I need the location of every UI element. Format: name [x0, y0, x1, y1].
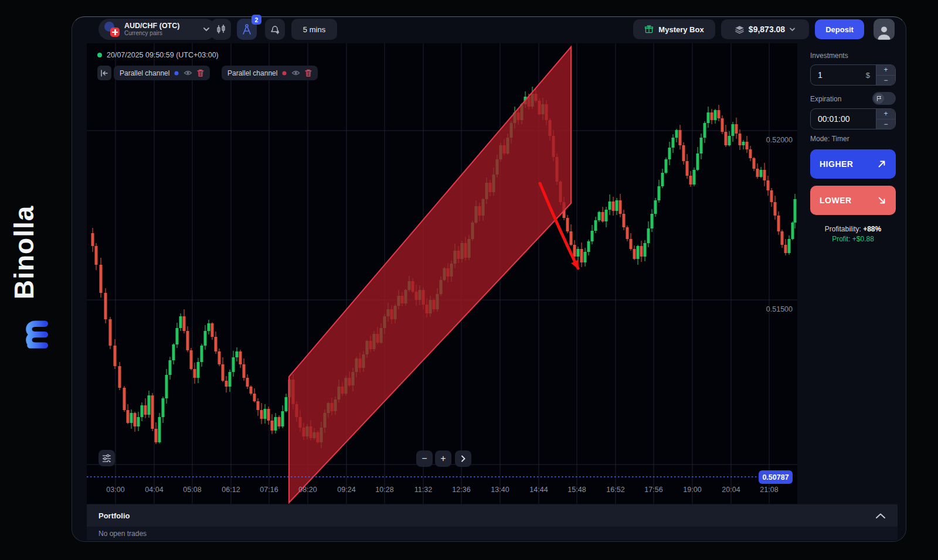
expiration-value[interactable]: 00:01:00 [811, 109, 876, 129]
chevron-down-icon [789, 28, 796, 32]
higher-button[interactable]: HIGHER [810, 149, 896, 179]
svg-text:07:16: 07:16 [260, 486, 278, 494]
investment-stepper[interactable]: + − [876, 65, 895, 85]
alerts-button[interactable] [265, 19, 285, 40]
color-dot-icon [175, 71, 179, 75]
investment-input[interactable]: 1 $ + − [810, 64, 896, 86]
expiration-stepper[interactable]: + − [876, 109, 895, 129]
decrease-button[interactable]: − [876, 119, 895, 129]
investments-label: Investments [810, 52, 848, 60]
svg-text:21:08: 21:08 [760, 486, 778, 494]
mystery-box-label: Mystery Box [658, 25, 704, 34]
svg-text:0.51500: 0.51500 [766, 305, 793, 313]
symbol-title: AUD/CHF (OTC) [124, 22, 198, 30]
screen: Binolla 0.507870.520000.5150003:0004:040… [0, 0, 938, 560]
binolla-logo-icon [14, 316, 52, 351]
zoom-in-button[interactable]: + [435, 450, 451, 467]
profile-avatar[interactable] [874, 19, 895, 40]
svg-text:16:52: 16:52 [606, 486, 624, 494]
live-dot-icon [97, 53, 102, 57]
svg-text:05:08: 05:08 [183, 486, 201, 494]
svg-text:09:24: 09:24 [337, 486, 355, 494]
timeframe-button[interactable]: 5 mins [291, 19, 337, 40]
balance-selector[interactable]: $9,873.08 [721, 19, 809, 39]
collapse-drawings-button[interactable] [97, 66, 111, 80]
svg-text:06:12: 06:12 [222, 486, 240, 494]
bell-plus-icon [269, 23, 281, 35]
chart-type-button[interactable] [211, 19, 231, 40]
pan-right-button[interactable] [455, 450, 471, 467]
currency-symbol: $ [866, 65, 876, 85]
increase-button[interactable]: + [876, 65, 895, 76]
chevron-up-icon[interactable] [875, 513, 886, 519]
drawing-chip-parallel-channel-1[interactable]: Parallel channel [114, 66, 210, 80]
svg-text:20:04: 20:04 [722, 486, 740, 494]
svg-text:15:48: 15:48 [567, 486, 586, 494]
drawings-count-badge: 2 [252, 15, 261, 25]
price-chart[interactable]: 0.507870.520000.5150003:0004:0405:0806:1… [87, 43, 797, 504]
profitability-text: Profitability: +88% [810, 225, 896, 233]
balance-value: $9,873.08 [749, 25, 785, 34]
drawing-label: Parallel channel [120, 69, 169, 77]
flag-icon [876, 95, 882, 101]
profit-text: Profit: +$0.88 [810, 235, 896, 243]
currency-flags-icon [104, 22, 120, 37]
investment-value[interactable]: 1 [811, 65, 866, 85]
expiration-input[interactable]: 00:01:00 + − [810, 108, 896, 129]
svg-text:0.50787: 0.50787 [762, 473, 789, 482]
svg-text:04:04: 04:04 [145, 486, 163, 494]
person-icon [876, 25, 892, 40]
binolla-wordmark: Binolla [8, 191, 56, 314]
color-dot-icon [283, 71, 287, 75]
drawing-label: Parallel channel [227, 69, 277, 77]
visibility-eye-icon[interactable] [291, 70, 300, 76]
svg-text:17:56: 17:56 [644, 486, 662, 494]
mode-label: Mode: Timer [810, 135, 849, 143]
decrease-button[interactable]: − [876, 76, 895, 86]
layers-icon [735, 25, 745, 34]
delete-trash-icon[interactable] [305, 69, 312, 77]
arrow-to-left-icon [100, 70, 108, 77]
chart-settings-button[interactable] [98, 450, 115, 466]
mystery-box-button[interactable]: Mystery Box [633, 19, 715, 39]
svg-text:0.52000: 0.52000 [766, 136, 793, 144]
symbol-selector[interactable]: AUD/CHF (OTC) Currency pairs [98, 19, 216, 40]
svg-text:10:28: 10:28 [375, 486, 393, 494]
portfolio-header[interactable]: Portfolio [87, 504, 898, 527]
candlestick-icon [215, 23, 227, 35]
expiration-mode-toggle[interactable] [872, 92, 896, 105]
chevron-down-icon [203, 27, 210, 32]
zoom-out-button[interactable]: − [416, 450, 433, 467]
delete-trash-icon[interactable] [197, 69, 204, 77]
lower-button[interactable]: LOWER [810, 186, 896, 215]
deposit-button[interactable]: Deposit [815, 19, 864, 39]
increase-button[interactable]: + [876, 109, 895, 119]
svg-text:08:20: 08:20 [298, 486, 317, 494]
portfolio-empty-state: No open trades [87, 527, 898, 540]
svg-text:13:40: 13:40 [491, 486, 509, 494]
drawing-chip-parallel-channel-2[interactable]: Parallel channel [222, 66, 318, 80]
visibility-eye-icon[interactable] [183, 70, 192, 76]
expiration-label: Expiration [810, 95, 841, 103]
arrow-up-right-icon [877, 159, 886, 169]
svg-text:03:00: 03:00 [106, 486, 124, 494]
svg-text:14:44: 14:44 [529, 486, 548, 494]
portfolio-title: Portfolio [98, 511, 130, 520]
svg-text:19:00: 19:00 [683, 486, 701, 494]
symbol-subtitle: Currency pairs [124, 30, 198, 37]
svg-text:11:32: 11:32 [414, 486, 432, 494]
svg-text:12:36: 12:36 [452, 486, 470, 494]
chart-timestamp: 20/07/2025 09:50:59 (UTC+03:00) [97, 51, 219, 59]
compass-icon [241, 23, 253, 35]
chevron-right-icon [461, 455, 465, 462]
gift-icon [644, 25, 654, 34]
sliders-icon [102, 454, 111, 462]
arrow-down-right-icon [877, 196, 886, 205]
